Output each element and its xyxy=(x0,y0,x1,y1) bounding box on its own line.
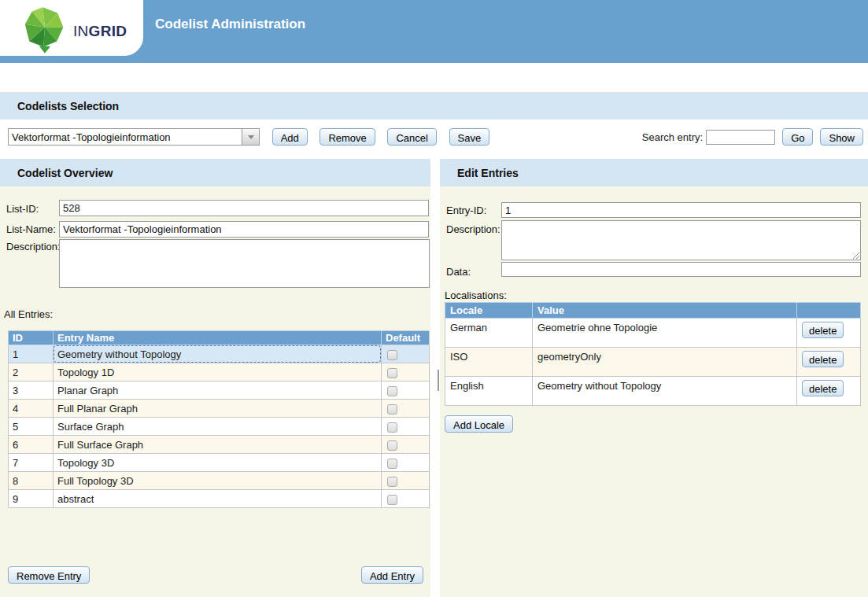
col-header-default: Default xyxy=(382,331,430,345)
panel-splitter[interactable] xyxy=(438,370,439,391)
default-checkbox[interactable] xyxy=(387,386,397,396)
data-input[interactable] xyxy=(501,262,861,277)
table-row[interactable]: 8Full Topology 3D xyxy=(9,472,430,490)
default-checkbox[interactable] xyxy=(387,477,397,487)
value-cell[interactable]: geometryOnly xyxy=(533,348,797,377)
localisation-row[interactable]: GermanGeometrie ohne Topologiedelete xyxy=(445,319,861,348)
app-header: INGRID Codelist Administration xyxy=(0,0,868,63)
list-id-input[interactable] xyxy=(59,200,429,216)
default-checkbox[interactable] xyxy=(387,350,397,360)
codelist-select[interactable]: Vektorformat -Topologieinformation xyxy=(8,128,260,146)
default-checkbox[interactable] xyxy=(387,368,397,378)
list-id-label: List-ID: xyxy=(6,203,39,215)
chevron-down-icon[interactable] xyxy=(242,128,260,146)
codelist-select-value[interactable]: Vektorformat -Topologieinformation xyxy=(8,128,242,146)
add-entry-button[interactable]: Add Entry xyxy=(361,566,423,584)
entry-name-cell[interactable]: Topology 1D xyxy=(54,363,382,381)
value-cell[interactable]: Geometrie ohne Topologie xyxy=(533,319,797,348)
logo: INGRID xyxy=(0,0,143,56)
search-entry-input[interactable] xyxy=(706,130,775,145)
show-button[interactable]: Show xyxy=(820,128,863,146)
locale-cell[interactable]: English xyxy=(445,377,533,406)
delete-button[interactable]: delete xyxy=(802,322,844,338)
table-row[interactable]: 4Full Planar Graph xyxy=(9,400,430,418)
entry-id-cell[interactable]: 2 xyxy=(9,363,54,381)
remove-button[interactable]: Remove xyxy=(319,128,375,146)
add-locale-button[interactable]: Add Locale xyxy=(445,415,513,433)
entry-id-cell[interactable]: 9 xyxy=(9,490,54,508)
selection-controls: Vektorformat -Topologieinformation Add R… xyxy=(8,128,863,147)
entry-name-cell[interactable]: Geometry without Topology xyxy=(54,345,382,363)
locale-cell[interactable]: ISO xyxy=(445,348,533,377)
table-row[interactable]: 1Geometry without Topology xyxy=(9,345,430,363)
entry-name-cell[interactable]: Planar Graph xyxy=(54,381,382,400)
entry-name-cell[interactable]: Surface Graph xyxy=(54,418,382,436)
localisation-row[interactable]: ISOgeometryOnlydelete xyxy=(445,348,861,377)
remove-entry-button[interactable]: Remove Entry xyxy=(8,566,90,584)
action-cell: delete xyxy=(797,348,861,377)
entry-default-cell xyxy=(382,472,430,490)
entry-name-cell[interactable]: Full Surface Graph xyxy=(54,436,382,454)
entry-id-input[interactable] xyxy=(501,202,861,218)
entry-id-cell[interactable]: 4 xyxy=(9,400,54,418)
list-name-label: List-Name: xyxy=(6,223,56,235)
entries-tbody: 1Geometry without Topology2Topology 1D3P… xyxy=(9,345,430,508)
entry-id-cell[interactable]: 3 xyxy=(9,381,54,400)
col-header-locale: Locale xyxy=(445,303,533,319)
all-entries-table: ID Entry Name Default 1Geometry without … xyxy=(8,330,430,508)
save-button[interactable]: Save xyxy=(449,128,490,146)
codelist-overview-header: Codelist Overview xyxy=(0,159,430,186)
col-header-actions xyxy=(797,303,861,319)
delete-button[interactable]: delete xyxy=(802,351,844,367)
entry-default-cell xyxy=(382,363,430,381)
default-checkbox[interactable] xyxy=(387,404,397,415)
edit-entries-panel: Edit Entries Entry-ID: Description: Data… xyxy=(440,159,868,597)
entry-default-cell xyxy=(382,345,430,363)
default-checkbox[interactable] xyxy=(387,422,397,433)
page-title: Codelist Administration xyxy=(155,17,305,32)
table-row[interactable]: 7Topology 3D xyxy=(9,454,430,472)
entry-id-cell[interactable]: 5 xyxy=(9,418,54,436)
list-description-textarea[interactable] xyxy=(59,239,430,288)
all-entries-label: All Entries: xyxy=(4,308,53,320)
entry-name-cell[interactable]: Full Topology 3D xyxy=(54,472,382,490)
codelist-overview-panel: Codelist Overview List-ID: List-Name: De… xyxy=(0,159,430,597)
list-name-input[interactable] xyxy=(59,221,429,238)
data-label: Data: xyxy=(446,266,471,278)
locale-cell[interactable]: German xyxy=(445,319,533,348)
entry-default-cell xyxy=(382,400,430,418)
codelists-selection-header: Codelists Selection xyxy=(0,92,868,120)
edit-entries-header: Edit Entries xyxy=(440,159,868,186)
table-row[interactable]: 5Surface Graph xyxy=(9,418,430,436)
add-button[interactable]: Add xyxy=(272,128,308,146)
col-header-value: Value xyxy=(533,303,797,319)
entry-description-label: Description: xyxy=(446,223,500,235)
table-row[interactable]: 3Planar Graph xyxy=(9,381,430,400)
table-row[interactable]: 2Topology 1D xyxy=(9,363,430,381)
entry-id-cell[interactable]: 8 xyxy=(9,472,54,490)
entry-name-cell[interactable]: abstract xyxy=(54,490,382,508)
default-checkbox[interactable] xyxy=(387,459,397,469)
value-cell[interactable]: Geometry without Topology xyxy=(533,377,797,406)
entry-id-cell[interactable]: 7 xyxy=(9,454,54,472)
go-button[interactable]: Go xyxy=(782,128,813,146)
entry-id-cell[interactable]: 6 xyxy=(9,436,54,454)
ingrid-gem-icon xyxy=(24,5,66,55)
cancel-button[interactable]: Cancel xyxy=(387,128,436,146)
table-row[interactable]: 6Full Surface Graph xyxy=(9,436,430,454)
localisations-label: Localisations: xyxy=(445,289,507,301)
delete-button[interactable]: delete xyxy=(802,380,844,396)
action-cell: delete xyxy=(797,319,861,348)
action-cell: delete xyxy=(797,377,861,406)
table-row[interactable]: 9abstract xyxy=(9,490,430,508)
entry-name-cell[interactable]: Topology 3D xyxy=(54,454,382,472)
default-checkbox[interactable] xyxy=(387,495,397,505)
localisation-row[interactable]: EnglishGeometry without Topologydelete xyxy=(445,377,861,406)
col-header-id: ID xyxy=(9,331,54,345)
logo-text: INGRID xyxy=(73,23,127,40)
entry-default-cell xyxy=(382,418,430,436)
default-checkbox[interactable] xyxy=(387,440,397,451)
entry-description-textarea[interactable] xyxy=(501,220,861,260)
entry-id-cell[interactable]: 1 xyxy=(9,345,54,363)
entry-name-cell[interactable]: Full Planar Graph xyxy=(54,400,382,418)
